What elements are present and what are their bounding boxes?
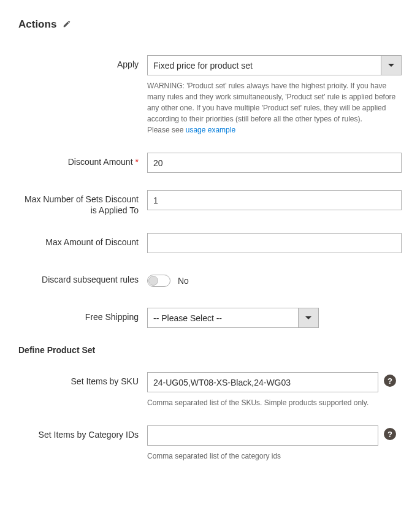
set-category-label: Set Items by Category IDs	[18, 425, 147, 440]
max-sets-input[interactable]	[147, 190, 402, 210]
set-category-input[interactable]	[147, 425, 378, 446]
free-shipping-label: Free Shipping	[18, 308, 147, 322]
apply-warning-text: WARNING: 'Product set' rules always have…	[147, 82, 395, 123]
set-category-hint: Comma separated list of the category ids	[147, 451, 378, 462]
max-sets-label: Max Number of Sets Discount is Applied T…	[18, 190, 147, 216]
discount-amount-input[interactable]	[147, 153, 402, 173]
apply-note: WARNING: 'Product set' rules always have…	[147, 80, 402, 135]
toggle-knob-icon	[148, 276, 158, 286]
free-shipping-select-value: -- Please Select --	[148, 308, 298, 327]
apply-select-value: Fixed price for product set	[148, 56, 381, 75]
apply-select-caret-button[interactable]	[381, 56, 401, 75]
set-sku-label: Set Items by SKU	[18, 372, 147, 387]
discard-label: Discard subsequent rules	[18, 270, 147, 285]
set-sku-input[interactable]	[147, 372, 378, 392]
discard-toggle[interactable]	[147, 275, 170, 287]
section-header: Actions	[18, 18, 402, 31]
help-icon[interactable]: ?	[384, 428, 396, 440]
max-amount-label: Max Amount of Discount	[18, 233, 147, 248]
free-shipping-select-caret-button[interactable]	[298, 308, 318, 327]
define-product-set-title: Define Product Set	[18, 345, 402, 355]
discard-toggle-state: No	[178, 276, 189, 286]
apply-label: Apply	[18, 55, 147, 70]
pencil-icon[interactable]	[63, 20, 71, 30]
apply-select[interactable]: Fixed price for product set	[147, 55, 402, 75]
section-title: Actions	[18, 18, 56, 31]
chevron-down-icon	[305, 316, 311, 319]
free-shipping-select[interactable]: -- Please Select --	[147, 308, 319, 328]
usage-example-link[interactable]: usage example	[186, 126, 235, 134]
apply-link-prefix: Please see	[147, 126, 186, 134]
set-sku-hint: Comma separated list of the SKUs. Simple…	[147, 397, 378, 408]
max-amount-input[interactable]	[147, 233, 402, 253]
discount-amount-label: Discount Amount*	[18, 153, 147, 167]
chevron-down-icon	[388, 64, 394, 67]
help-icon[interactable]: ?	[384, 375, 396, 387]
